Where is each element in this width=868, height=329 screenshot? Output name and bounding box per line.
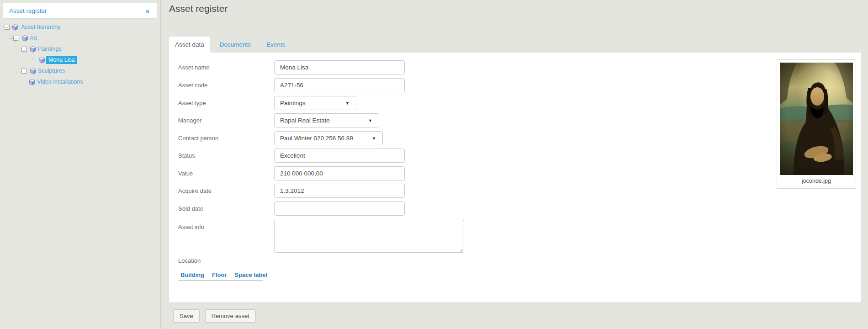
cube-icon <box>30 46 37 53</box>
asset-name-label: Asset name <box>178 60 210 74</box>
action-buttons: Save Remove asset <box>173 309 256 323</box>
dropdown-arrow-icon: ▼ <box>368 118 372 123</box>
acquire-date-input[interactable] <box>274 184 405 198</box>
tree-connector <box>24 52 24 82</box>
tree-expander-asset-hierarchy[interactable] <box>5 25 10 30</box>
location-links: Building Floor Space label <box>180 271 267 278</box>
tree-expander-art[interactable] <box>13 36 18 41</box>
space-label-link[interactable]: Space label <box>235 271 268 278</box>
location-label: Location <box>178 257 201 264</box>
asset-type-select[interactable]: Paintings ▼ <box>274 96 356 110</box>
attachment-filename: joconde.jpg <box>777 178 856 184</box>
dropdown-arrow-icon: ▼ <box>372 136 376 141</box>
location-divider <box>178 280 263 281</box>
cube-icon <box>30 68 37 74</box>
tree-item-video-installations[interactable]: Video installations <box>37 78 83 86</box>
asset-info-label: Asset info <box>178 220 204 234</box>
contact-person-select[interactable]: Paul Winter 020 256 56 89 ▼ <box>274 131 383 145</box>
tree-item-asset-hierarchy[interactable]: Asset hierarchy <box>21 23 60 31</box>
asset-code-label: Asset code <box>178 78 207 92</box>
value-input[interactable] <box>274 166 405 180</box>
tree-expander-sculptures[interactable] <box>21 69 26 74</box>
tab-events[interactable]: Events <box>259 37 293 53</box>
tree-item-paintings[interactable]: Paintings <box>38 45 61 53</box>
attachment-card: joconde.jpg <box>777 59 856 189</box>
tree-connector <box>16 49 21 49</box>
tab-asset-data[interactable]: Asset data <box>169 37 210 53</box>
asset-type-label: Asset type <box>178 96 206 110</box>
asset-code-input[interactable] <box>274 78 405 92</box>
manager-label: Manager <box>178 113 201 127</box>
tree-connector <box>7 30 7 38</box>
sidebar-title: Asset register <box>9 7 47 14</box>
asset-type-value: Paintings <box>280 100 306 106</box>
contact-person-value: Paul Winter 020 256 56 89 <box>280 135 353 142</box>
asset-info-textarea[interactable] <box>274 220 464 253</box>
asset-name-input[interactable] <box>274 60 405 74</box>
tree-connector <box>7 38 13 39</box>
tree-item-art[interactable]: Art <box>30 34 37 42</box>
status-input[interactable] <box>274 149 405 163</box>
floor-link[interactable]: Floor <box>212 271 227 278</box>
tree-connector <box>16 41 16 49</box>
tree-connector <box>32 52 32 60</box>
mona-lisa-image <box>780 63 853 175</box>
tab-documents[interactable]: Documents <box>212 37 259 53</box>
sidebar-header: Asset register « <box>3 3 157 18</box>
cube-icon <box>29 79 36 85</box>
contact-person-label: Contact person <box>178 131 218 145</box>
manager-select[interactable]: Rapal Real Estate ▼ <box>274 113 379 127</box>
tree-item-sculptures[interactable]: Sculptures <box>38 67 65 75</box>
tree-connector <box>32 60 38 60</box>
sold-date-input[interactable] <box>274 202 405 216</box>
remove-asset-button[interactable]: Remove asset <box>205 309 256 323</box>
status-label: Status <box>178 149 195 163</box>
tab-bar: Asset data Documents Events <box>169 37 293 53</box>
asset-data-panel: Asset name Asset code Asset type Paintin… <box>169 53 861 303</box>
value-label: Value <box>178 166 193 180</box>
tree-connector <box>24 82 29 82</box>
asset-tree: Asset hierarchy Art Paintings Mona Lisa <box>0 20 161 322</box>
save-button[interactable]: Save <box>173 309 200 323</box>
building-link[interactable]: Building <box>180 271 204 278</box>
page-title: Asset register <box>169 3 228 14</box>
sold-date-label: Sold date <box>178 202 203 216</box>
cube-icon <box>12 24 19 31</box>
tree-expander-paintings[interactable] <box>21 47 26 52</box>
dropdown-arrow-icon: ▼ <box>345 101 349 106</box>
tree-item-mona-lisa[interactable]: Mona Lisa <box>46 56 77 64</box>
cube-icon <box>21 35 28 42</box>
acquire-date-label: Acquire date <box>178 184 212 198</box>
title-divider <box>169 22 861 22</box>
sidebar: Asset register « Asset hierarchy Art <box>0 0 161 329</box>
manager-value: Rapal Real Estate <box>280 117 330 124</box>
cube-icon <box>38 57 45 64</box>
collapse-sidebar-icon[interactable]: « <box>146 7 149 14</box>
